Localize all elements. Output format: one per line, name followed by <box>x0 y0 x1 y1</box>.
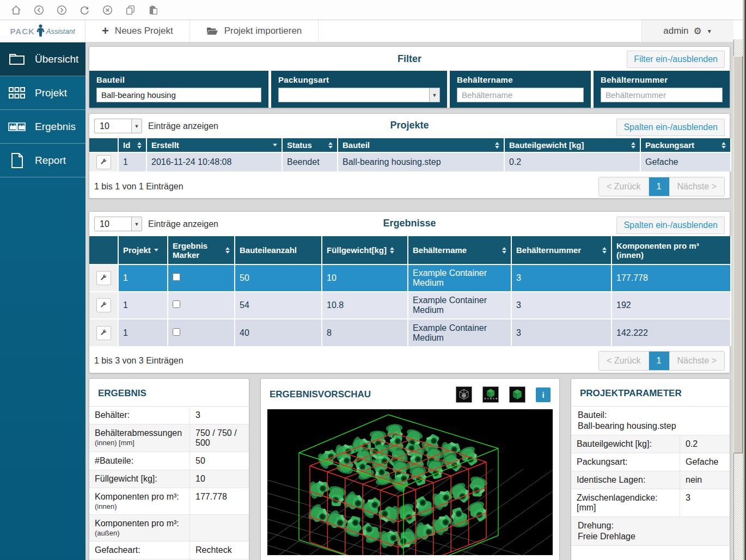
filter-field-behaeltername: Behältername <box>450 71 591 108</box>
page-1-button[interactable]: 1 <box>649 352 669 370</box>
col-id[interactable]: Id <box>118 138 146 152</box>
col-marker[interactable]: Ergebnis Marker <box>168 236 235 264</box>
row-tools-cell <box>89 264 118 292</box>
scrollbar-thumb[interactable] <box>733 56 743 453</box>
paste-icon[interactable] <box>148 4 159 16</box>
cell-komponenten: 192 <box>612 292 731 319</box>
view-wireframe-button[interactable] <box>456 386 472 403</box>
copy-icon[interactable] <box>125 4 136 16</box>
table-row[interactable]: 1 54 10.8 Example Container Medium 3 192 <box>89 292 731 319</box>
sidebar-item-ergebnis[interactable]: Ergebnis <box>0 110 85 144</box>
forward-icon[interactable] <box>56 4 68 16</box>
cell-nummer: 3 <box>511 292 612 319</box>
parameter-value: 3 <box>680 489 730 516</box>
edit-row-button[interactable] <box>96 298 111 312</box>
sort-icon <box>495 142 499 149</box>
parameter-label: Identische Lagen: <box>571 471 680 489</box>
col-anzahl[interactable]: Bauteileanzahl <box>235 236 322 264</box>
col-komponenten[interactable]: Komponenten pro m³(innen) <box>612 236 731 264</box>
ergebnisse-table: Projekt Ergebnis Marker Bauteileanzahl F… <box>89 236 731 346</box>
view-cube-solid-button[interactable] <box>509 386 525 403</box>
marker-checkbox[interactable] <box>173 328 180 336</box>
sidebar-item-projekt[interactable]: Projekt <box>0 76 85 110</box>
wireframe-cube-icon <box>457 387 471 402</box>
edit-row-button[interactable] <box>96 271 111 285</box>
parameter-row: Identische Lagen: nein <box>571 471 730 489</box>
marker-checkbox[interactable] <box>173 300 180 308</box>
import-project-button[interactable]: Projekt importieren <box>190 20 319 42</box>
dropdown-arrow-icon[interactable]: ▼ <box>131 119 142 133</box>
folder-icon <box>7 50 27 69</box>
ergebnisse-columns-button[interactable]: Spalten ein-/ausblenden <box>616 217 725 234</box>
detail-label: Behälter: <box>89 407 190 424</box>
col-erstellt[interactable]: Erstellt <box>146 138 282 152</box>
bauteil-input[interactable] <box>96 88 261 102</box>
behaeltername-input[interactable] <box>457 88 584 102</box>
col-projekt[interactable]: Projekt <box>118 236 168 264</box>
ergebnisse-footer: 1 bis 3 von 3 Einträgen < Zurück 1 Nächs… <box>89 346 730 376</box>
cell-komponenten: 177.778 <box>612 264 731 292</box>
col-tools <box>89 236 118 264</box>
next-page-button[interactable]: Nächste > <box>669 177 724 196</box>
col-status[interactable]: Status <box>282 138 338 152</box>
ergebnisse-panel: 10 ▼ Einträge anzeigen Ergebnisse Spalte… <box>89 211 730 373</box>
back-icon[interactable] <box>33 4 45 16</box>
col-bauteil[interactable]: Bauteil <box>338 138 504 152</box>
browser-toolbar <box>0 0 746 20</box>
parameter-label: Drehung: <box>578 521 614 530</box>
col-behaelternummer[interactable]: Behälternummer <box>511 236 612 264</box>
projekte-footer: 1 bis 1 von 1 Einträgen < Zurück 1 Nächs… <box>89 171 730 201</box>
vertical-scrollbar[interactable] <box>733 20 743 560</box>
ergebnisse-pagesize-select[interactable]: 10 ▼ <box>94 217 142 231</box>
page-1-button[interactable]: 1 <box>649 177 669 196</box>
grid-icon <box>7 83 27 103</box>
stop-icon[interactable] <box>102 4 113 16</box>
sidebar-item-uebersicht[interactable]: Übersicht <box>0 42 85 76</box>
detail-row: Füllgewicht [kg]: 10 <box>89 470 249 488</box>
projekte-table: Id Erstellt Status Bauteil Bauteilgewich… <box>89 138 731 171</box>
filter-toggle-button[interactable]: Filter ein-/ausblenden <box>627 51 725 68</box>
info-button[interactable]: i <box>536 387 551 402</box>
home-icon[interactable] <box>10 4 22 16</box>
new-project-button[interactable]: + Neues Projekt <box>85 20 190 42</box>
col-behaeltername[interactable]: Behältername <box>408 236 511 264</box>
user-menu[interactable]: admin ⚙ ▼ <box>641 20 733 42</box>
edit-row-button[interactable] <box>96 155 111 169</box>
ergebnis-panel-title: ERGEBNIS <box>89 379 249 407</box>
refresh-icon[interactable] <box>79 4 90 16</box>
col-packungsart[interactable]: Packungsart <box>640 138 731 152</box>
sidebar-item-report[interactable]: Report <box>0 144 85 177</box>
table-row-selected[interactable]: 1 50 10 Example Container Medium 3 177.7… <box>89 264 731 292</box>
sort-icon <box>328 142 333 149</box>
prev-page-button[interactable]: < Zurück <box>599 352 649 370</box>
col-gewicht[interactable]: Bauteilgewicht [kg] <box>504 138 640 152</box>
edit-row-button[interactable] <box>96 326 111 340</box>
table-row[interactable]: 1 40 8 Example Container Medium 3 142.22… <box>89 319 731 346</box>
col-fuellgewicht[interactable]: Füllgewicht[kg] <box>322 236 408 264</box>
view-cube-grid-button[interactable] <box>482 386 499 403</box>
detail-value: 50 <box>190 452 249 470</box>
behaelternummer-input[interactable] <box>601 88 723 102</box>
table-row: 1 2016-11-24 10:48:08 Beendet Ball-beari… <box>89 152 731 171</box>
detail-row: Behälterabmessungen(innen) [mm] 750 / 75… <box>89 424 249 452</box>
projekte-columns-button[interactable]: Spalten ein-/ausblenden <box>616 119 725 136</box>
detail-row: Behälter: 3 <box>89 407 249 424</box>
dropdown-arrow-icon[interactable]: ▼ <box>429 88 439 102</box>
packungsart-select[interactable]: ▼ <box>278 88 440 102</box>
filter-field-bauteil: Bauteil <box>89 71 268 108</box>
dropdown-arrow-icon[interactable]: ▼ <box>131 217 142 231</box>
sort-desc-icon <box>273 144 277 146</box>
sort-icon <box>390 247 394 254</box>
prev-page-button[interactable]: < Zurück <box>599 177 649 196</box>
sidebar: Übersicht Projekt Ergebnis Report <box>0 42 85 560</box>
marker-checkbox[interactable] <box>173 273 180 281</box>
cell-erstellt: 2016-11-24 10:48:08 <box>146 152 282 171</box>
cell-projekt: 1 <box>118 319 168 346</box>
next-page-button[interactable]: Nächste > <box>669 352 724 370</box>
sort-desc-icon <box>154 249 158 251</box>
parameter-value: Gefache <box>680 453 730 471</box>
row-tools-cell <box>89 292 118 319</box>
projekte-pagesize-select[interactable]: 10 ▼ <box>94 119 142 133</box>
preview-3d-canvas[interactable] <box>267 409 553 555</box>
parameter-label: Bauteilgewicht [kg]: <box>571 435 680 453</box>
